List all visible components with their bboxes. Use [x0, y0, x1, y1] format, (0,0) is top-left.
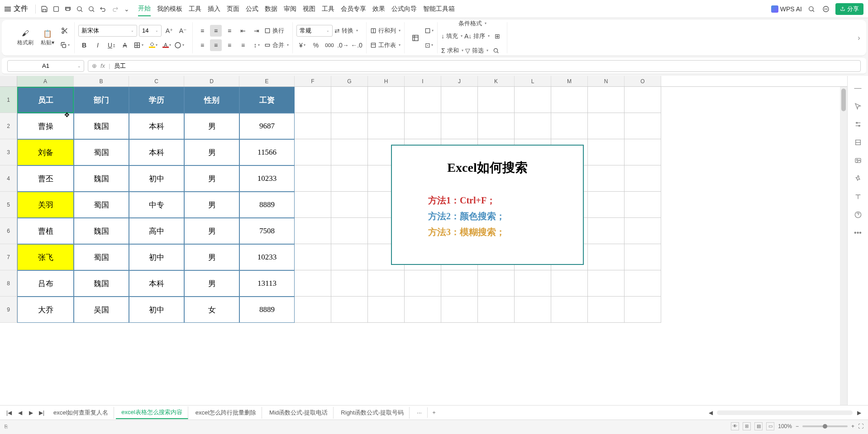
formula-input[interactable]: ⊕ fx | 员工 — [88, 60, 861, 72]
tab-templates[interactable]: 我的模板 — [157, 2, 182, 16]
sheet-tab-more[interactable]: ··· — [411, 407, 428, 418]
search-cells-button[interactable]: ⊞ — [491, 30, 503, 42]
col-header-I[interactable]: I — [405, 76, 441, 86]
cell-L8[interactable] — [515, 270, 551, 297]
zoom-thumb[interactable] — [823, 424, 827, 429]
cell-G2[interactable] — [331, 113, 368, 139]
cell-F7[interactable] — [295, 244, 331, 270]
cell-E3[interactable]: 11566 — [239, 139, 295, 165]
cell-O7[interactable] — [625, 244, 661, 270]
rows-cols-button[interactable]: 行和列▾ — [370, 25, 401, 37]
row-header-1[interactable]: 1 — [0, 87, 17, 113]
cell-G3[interactable] — [331, 139, 368, 165]
col-header-C[interactable]: C — [129, 76, 184, 86]
increase-decimal-button[interactable]: ←.0 — [351, 39, 362, 51]
find-button[interactable] — [490, 45, 502, 57]
tab-effects[interactable]: 效果 — [372, 2, 385, 16]
cell-C6[interactable]: 高中 — [129, 218, 184, 244]
file-menu[interactable]: 文件 — [14, 4, 28, 14]
cell-H1[interactable] — [368, 87, 405, 113]
sort-button[interactable]: A↓排序▾ — [464, 30, 490, 42]
align-left-button[interactable]: ≡ — [196, 39, 208, 51]
cell-N4[interactable] — [588, 165, 625, 192]
strikethrough-button[interactable]: A — [119, 39, 131, 51]
format-painter-button[interactable]: 🖌格式刷 — [14, 28, 36, 47]
tab-vip[interactable]: 会员专享 — [341, 2, 366, 16]
tab-page[interactable]: 页面 — [227, 2, 239, 16]
help-icon[interactable] — [853, 210, 863, 220]
wrap-text-button[interactable]: 换行 — [264, 25, 284, 37]
cell-F2[interactable] — [295, 113, 331, 139]
hscroll-left-button[interactable]: ◀ — [706, 408, 715, 417]
cell-D6[interactable]: 男 — [184, 218, 239, 244]
sheet-tab-2[interactable]: excel怎么跨行批量删除 — [190, 407, 262, 419]
col-header-M[interactable]: M — [551, 76, 588, 86]
worksheet-button[interactable]: 工作表▾ — [370, 39, 401, 51]
cell-E8[interactable]: 13113 — [239, 270, 295, 297]
cell-L9[interactable] — [515, 297, 551, 323]
col-header-L[interactable]: L — [515, 76, 551, 86]
col-header-G[interactable]: G — [331, 76, 368, 86]
cell-D2[interactable]: 男 — [184, 113, 239, 139]
cell-B1[interactable]: 部门 — [74, 87, 129, 113]
pin-icon[interactable] — [853, 174, 863, 184]
row-header-7[interactable]: 7 — [0, 244, 17, 270]
cell-N2[interactable] — [588, 113, 625, 139]
filter-button[interactable]: ▽筛选▾ — [465, 45, 488, 57]
col-header-K[interactable]: K — [478, 76, 515, 86]
decrease-indent-button[interactable]: ⇤ — [237, 25, 249, 37]
eye-view-button[interactable]: 👁 — [731, 422, 739, 430]
undo-icon[interactable] — [98, 4, 108, 14]
prev-sheet-button[interactable]: ◀ — [15, 408, 24, 417]
cell-A1[interactable]: 员工 — [17, 87, 74, 113]
share-button[interactable]: 分享 — [835, 3, 863, 15]
sheet-tab-1[interactable]: excel表格怎么搜索内容 — [116, 406, 188, 419]
cond-format-button[interactable]: 条件格式▾ — [441, 19, 503, 28]
cell-I1[interactable] — [405, 87, 441, 113]
cell-C4[interactable]: 初中 — [129, 165, 184, 192]
cell-style-button[interactable]: ▾ — [424, 25, 434, 37]
cell-F3[interactable] — [295, 139, 331, 165]
cell-A3[interactable]: 刘备 — [17, 139, 74, 165]
cell-M1[interactable] — [551, 87, 588, 113]
cell-A9[interactable]: 大乔 — [17, 297, 74, 323]
sheet-tab-4[interactable]: Right函数公式-提取号码 — [335, 407, 410, 419]
last-sheet-button[interactable]: ▶| — [37, 408, 46, 417]
border-button[interactable]: ▾ — [133, 39, 144, 51]
cell-G6[interactable] — [331, 218, 368, 244]
cell-J9[interactable] — [441, 297, 478, 323]
percent-button[interactable]: % — [310, 39, 322, 51]
decrease-font-button[interactable]: A⁻ — [177, 25, 189, 37]
next-sheet-button[interactable]: ▶ — [26, 408, 35, 417]
cell-G7[interactable] — [331, 244, 368, 270]
cell-I9[interactable] — [405, 297, 441, 323]
cell-O8[interactable] — [625, 270, 661, 297]
cell-C8[interactable]: 本科 — [129, 270, 184, 297]
cell-N1[interactable] — [588, 87, 625, 113]
reading-view-button[interactable]: ▭ — [766, 422, 774, 430]
cell-M2[interactable] — [551, 113, 588, 139]
tab-tools2[interactable]: 工具 — [322, 2, 334, 16]
more-icon[interactable]: ••• — [853, 228, 863, 238]
first-sheet-button[interactable]: |◀ — [5, 408, 14, 417]
zoom-out-button[interactable]: − — [796, 423, 799, 429]
tab-review[interactable]: 审阅 — [284, 2, 296, 16]
cell-G8[interactable] — [331, 270, 368, 297]
sheet-tab-3[interactable]: Mid函数公式-提取电话 — [264, 407, 334, 419]
cell-O1[interactable] — [625, 87, 661, 113]
fx-icon[interactable]: fx — [100, 62, 105, 69]
cell-B9[interactable]: 吴国 — [74, 297, 129, 323]
cell-B5[interactable]: 蜀国 — [74, 192, 129, 218]
cell-C7[interactable]: 初中 — [129, 244, 184, 270]
cell-E7[interactable]: 10233 — [239, 244, 295, 270]
search-icon[interactable] — [806, 4, 816, 14]
add-sheet-button[interactable]: ＋ — [429, 408, 439, 417]
layout-icon[interactable] — [853, 137, 863, 147]
cell-K9[interactable] — [478, 297, 515, 323]
cell-B3[interactable]: 蜀国 — [74, 139, 129, 165]
cell-N8[interactable] — [588, 270, 625, 297]
preview2-icon[interactable] — [86, 4, 96, 14]
cell-J2[interactable] — [441, 113, 478, 139]
justify-button[interactable]: ≡ — [237, 39, 249, 51]
print-icon[interactable] — [63, 4, 73, 14]
